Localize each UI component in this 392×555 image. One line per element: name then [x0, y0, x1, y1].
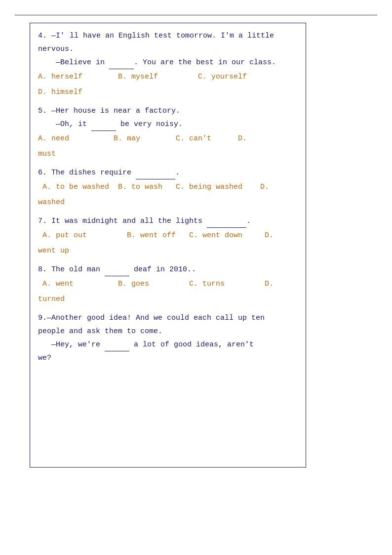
content-box: 4. —I' ll have an English test tomorrow.… — [30, 23, 306, 468]
question-4: 4. —I' ll have an English test tomorrow.… — [38, 29, 298, 99]
q9-text: 9.—Another good idea! And we could each … — [38, 311, 298, 365]
q7-text: 7. It was midnight and all the lights . — [38, 214, 298, 228]
q5-options: A. need B. may C. can't D. — [38, 132, 298, 146]
q5-options2: must — [38, 147, 298, 162]
q6-options2: washed — [38, 196, 298, 210]
question-6: 6. The dishes require . A. to be washed … — [38, 166, 298, 210]
q7-options2: went up — [38, 244, 298, 258]
q8-text: 8. The old man deaf in 2010.. — [38, 263, 298, 276]
q4-options: A. herself B. myself C. yourself — [38, 70, 298, 85]
q8-options2: turned — [38, 293, 298, 307]
question-5: 5. —Her house is near a factory. —Oh, it… — [38, 104, 298, 161]
q6-text: 6. The dishes require . — [38, 166, 298, 179]
q4-options2: D. himself — [38, 85, 298, 100]
page: 4. —I' ll have an English test tomorrow.… — [0, 0, 392, 555]
question-8: 8. The old man deaf in 2010.. A. went B.… — [38, 263, 298, 306]
question-9: 9.—Another good idea! And we could each … — [38, 311, 298, 365]
q4-text: 4. —I' ll have an English test tomorrow.… — [38, 29, 298, 69]
top-divider — [15, 15, 377, 15]
q7-options: A. put out B. went off C. went down D. — [38, 229, 298, 243]
q6-options: A. to be washed B. to wash C. being wash… — [38, 180, 298, 195]
q8-options: A. went B. goes C. turns D. — [38, 277, 298, 292]
q5-text: 5. —Her house is near a factory. —Oh, it… — [38, 104, 298, 131]
question-7: 7. It was midnight and all the lights . … — [38, 214, 298, 258]
